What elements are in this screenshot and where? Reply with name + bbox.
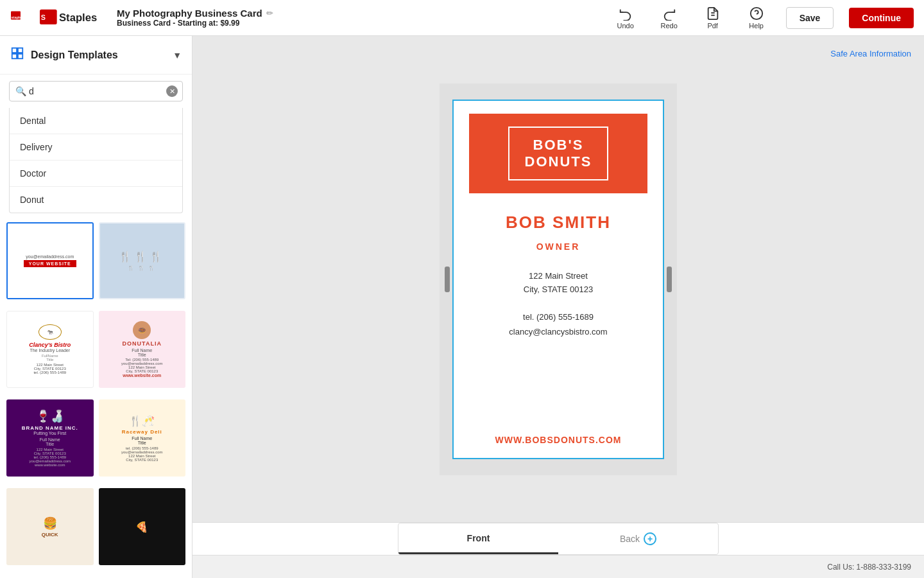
design-templates-icon	[10, 46, 24, 64]
staples-logo-icon: S Staples	[40, 6, 104, 30]
project-title: My Photography Business Card	[117, 8, 262, 19]
card-website: WWW.BOBSDONUTS.COM	[495, 435, 622, 445]
svg-rect-10	[12, 48, 17, 53]
logo: staples S Staples	[10, 6, 104, 30]
main-layout: Design Templates ▼ 🔍 ✕ Dental Delivery D…	[0, 36, 924, 578]
template-card-7[interactable]: 🍔 QUICK	[6, 488, 94, 565]
card-handle-right	[667, 267, 672, 292]
search-clear-button[interactable]: ✕	[166, 85, 178, 97]
help-icon	[749, 6, 764, 21]
sidebar: Design Templates ▼ 🔍 ✕ Dental Delivery D…	[0, 36, 193, 578]
card-inner[interactable]: BOB'SDONUTS BOB SMITH OWNER 122 Main Str…	[452, 100, 664, 459]
undo-button[interactable]: Undo	[612, 6, 640, 30]
add-back-icon: +	[644, 532, 656, 545]
card-person-title: OWNER	[536, 241, 581, 252]
search-icon: 🔍	[15, 86, 26, 96]
redo-button[interactable]: Redo	[655, 6, 683, 30]
undo-icon	[619, 6, 633, 21]
svg-text:staples: staples	[12, 15, 24, 19]
svg-rect-13	[18, 54, 22, 58]
canvas-bottom-bar: Call Us: 1-888-333-3199	[193, 555, 924, 578]
edit-icon[interactable]: ✏	[266, 8, 273, 18]
suggestion-donut[interactable]: Donut	[10, 187, 182, 213]
svg-text:Staples: Staples	[59, 12, 97, 24]
chevron-down-icon[interactable]: ▼	[173, 50, 182, 60]
save-button[interactable]: Save	[786, 7, 834, 29]
svg-rect-12	[12, 54, 17, 58]
donuts-logo-text: BOB'SDONUTS	[525, 137, 592, 171]
canvas-wrapper: BOB'SDONUTS BOB SMITH OWNER 122 Main Str…	[193, 36, 924, 522]
header: staples S Staples My Photography Busines…	[0, 0, 924, 36]
template-card-2[interactable]: 🍴🍴🍴 🍴 🍴 🍴	[99, 222, 186, 299]
sidebar-title: Design Templates	[31, 49, 166, 61]
pdf-button[interactable]: Pdf	[699, 6, 727, 30]
card-tabs: Front Back +	[398, 523, 719, 555]
title-area: My Photography Business Card ✏ Business …	[117, 8, 599, 28]
card-address: 122 Main Street City, STATE 00123	[524, 270, 593, 297]
card-person-name: BOB SMITH	[506, 213, 611, 232]
template-card-5[interactable]: 🍷🍶 BRAND NAME INC. Putting You First Ful…	[6, 399, 94, 477]
suggestion-delivery[interactable]: Delivery	[10, 134, 182, 161]
svg-text:S: S	[41, 13, 46, 21]
template-card-1[interactable]: you@emailaddress.com YOUR WEBSITE	[6, 222, 94, 299]
tab-back[interactable]: Back +	[558, 523, 718, 554]
donuts-header-border: BOB'SDONUTS	[508, 127, 609, 181]
staples-logo-icon: staples	[10, 6, 36, 30]
help-button[interactable]: Help	[742, 6, 771, 30]
template-card-4[interactable]: 🍩 DONUTALIA Full NameTitle Tel: (206) 55…	[99, 311, 186, 388]
template-card-3[interactable]: 🐄 Clancy's Bistro The Industry Leader Fu…	[6, 311, 94, 388]
pdf-icon	[706, 6, 720, 21]
continue-button[interactable]: Continue	[849, 8, 914, 28]
template-grid: you@emailaddress.com YOUR WEBSITE 🍴🍴🍴 🍴 …	[0, 216, 192, 578]
suggestions-dropdown: Dental Delivery Doctor Donut	[9, 108, 183, 213]
tab-front[interactable]: Front	[398, 523, 558, 554]
card-contact: tel. (206) 555-1689 clancy@clancysbistro…	[509, 310, 607, 340]
svg-rect-11	[18, 48, 22, 53]
template-card-8[interactable]: 🍕	[99, 488, 186, 565]
footer-phone: Call Us: 1-888-333-3199	[827, 563, 911, 572]
canvas-area: Safe Area Information BOB'SDONUTS BOB SM…	[193, 36, 924, 578]
card-tabs-container: Front Back +	[193, 522, 924, 555]
business-card-canvas: BOB'SDONUTS BOB SMITH OWNER 122 Main Str…	[440, 83, 677, 475]
template-card-6[interactable]: 🍴🥂 Raceway Deli Full NameTitle tel. (206…	[99, 399, 186, 477]
sidebar-header: Design Templates ▼	[0, 36, 192, 74]
subtitle: Business Card - Starting at: $9.99	[117, 19, 599, 28]
card-handle-left	[445, 267, 450, 292]
header-actions: Undo Redo Pdf Help S	[612, 6, 914, 30]
suggestion-dental[interactable]: Dental	[10, 108, 182, 134]
search-input[interactable]	[9, 81, 183, 101]
suggestion-doctor[interactable]: Doctor	[10, 161, 182, 187]
donuts-header: BOB'SDONUTS	[469, 114, 647, 194]
redo-icon	[662, 6, 676, 21]
search-box: 🔍 ✕	[9, 81, 183, 101]
safe-area-info-link[interactable]: Safe Area Information	[830, 49, 911, 58]
